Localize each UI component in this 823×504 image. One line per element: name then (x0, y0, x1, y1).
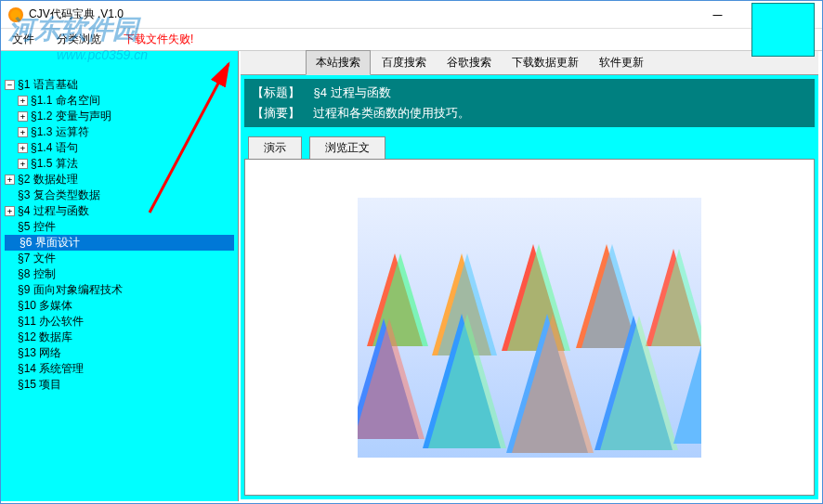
info-title-value: §4 过程与函数 (313, 85, 390, 99)
info-panel: 【标题】 §4 过程与函数 【摘要】 过程和各类函数的使用技巧。 (244, 79, 815, 127)
info-summary-row: 【摘要】 过程和各类函数的使用技巧。 (252, 103, 807, 123)
info-summary-label: 【摘要】 (252, 106, 300, 120)
category-tree: −§1 语言基础 +§1.1 命名空间 +§1.2 变量与声明 +§1.3 运算… (1, 75, 238, 394)
tree-s15[interactable]: §15 项目 (5, 377, 234, 393)
preview-area (244, 159, 815, 496)
info-title-row: 【标题】 §4 过程与函数 (252, 83, 807, 103)
app-icon (8, 7, 23, 22)
minimize-button[interactable]: ─ (697, 1, 738, 29)
titlebar: CJV代码宝典 .V1.0 ─ ☐ ✕ (1, 1, 822, 29)
menu-browse[interactable]: 分类浏览 (53, 30, 105, 49)
app-window: CJV代码宝典 .V1.0 ─ ☐ ✕ 文件 分类浏览 下载文件失败! 河东软件… (0, 0, 823, 504)
tree-s1-4[interactable]: +§1.4 语句 (5, 140, 234, 156)
expand-icon[interactable]: + (5, 174, 15, 185)
expand-icon[interactable]: + (18, 143, 28, 153)
info-title-label: 【标题】 (252, 85, 300, 99)
data-update[interactable]: 下载数据更新 (503, 51, 588, 74)
tree-s12[interactable]: §12 数据库 (5, 330, 234, 345)
expand-icon[interactable]: + (18, 96, 28, 106)
tree-s1-5[interactable]: +§1.5 算法 (5, 156, 234, 172)
tree-s10[interactable]: §10 多媒体 (5, 298, 234, 314)
expand-icon[interactable]: + (18, 159, 28, 169)
menu-file[interactable]: 文件 (8, 30, 38, 49)
demo-button[interactable]: 演示 (248, 136, 302, 160)
tree-s1-2[interactable]: +§1.2 变量与声明 (5, 109, 234, 124)
tree-s8[interactable]: §8 控制 (5, 266, 234, 282)
tree-s6-selected[interactable]: §6 界面设计 (5, 235, 234, 251)
tree-s13[interactable]: §13 网络 (5, 345, 234, 361)
collapse-icon[interactable]: − (5, 80, 15, 90)
info-summary-value: 过程和各类函数的使用技巧。 (313, 106, 470, 120)
search-google[interactable]: 谷歌搜索 (438, 51, 501, 74)
tree-s1[interactable]: −§1 语言基础 (5, 77, 234, 93)
tree-s1-3[interactable]: +§1.3 运算符 (5, 124, 234, 140)
tree-s3[interactable]: §3 复合类型数据 (5, 187, 234, 203)
software-update[interactable]: 软件更新 (590, 51, 653, 74)
side-panel (751, 3, 815, 57)
expand-icon[interactable]: + (18, 127, 28, 137)
view-text-button[interactable]: 浏览正文 (309, 136, 385, 160)
search-baidu[interactable]: 百度搜索 (372, 51, 436, 74)
tree-s11[interactable]: §11 办公软件 (5, 314, 234, 330)
window-title: CJV代码宝典 .V1.0 (29, 6, 697, 22)
category-sidebar: −§1 语言基础 +§1.1 命名空间 +§1.2 变量与声明 +§1.3 运算… (1, 51, 239, 501)
search-toolbar: 本站搜索 百度搜索 谷歌搜索 下载数据更新 软件更新 (241, 51, 818, 75)
tree-s1-1[interactable]: +§1.1 命名空间 (5, 93, 234, 109)
content-area: 【标题】 §4 过程与函数 【摘要】 过程和各类函数的使用技巧。 演示 浏览正文 (241, 75, 818, 499)
expand-icon[interactable]: + (18, 111, 28, 122)
tree-s7[interactable]: §7 文件 (5, 251, 234, 266)
search-site-tab[interactable]: 本站搜索 (306, 50, 371, 75)
menu-download-error[interactable]: 下载文件失败! (120, 30, 197, 49)
preview-image (358, 198, 701, 458)
menubar: 文件 分类浏览 下载文件失败! (1, 29, 822, 51)
tree-s4[interactable]: +§4 过程与函数 (5, 203, 234, 219)
tree-s9[interactable]: §9 面向对象编程技术 (5, 282, 234, 298)
tree-s5[interactable]: §5 控件 (5, 219, 234, 235)
expand-icon[interactable]: + (5, 206, 15, 216)
tree-s2[interactable]: +§2 数据处理 (5, 172, 234, 187)
tree-s14[interactable]: §14 系统管理 (5, 361, 234, 377)
